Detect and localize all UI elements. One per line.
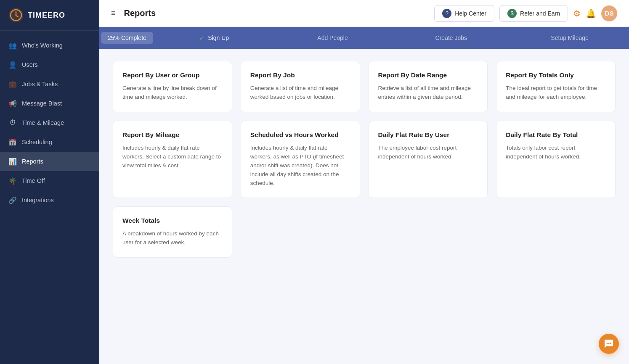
- sidebar-item-reports[interactable]: 📊 Reports: [0, 152, 99, 171]
- report-card-title: Report By Mileage: [122, 131, 223, 139]
- progress-steps: 25% Complete ✓ Sign Up Add People Create…: [99, 27, 629, 49]
- nav-icon-whos-working: 👥: [8, 41, 17, 50]
- report-card-title: Report By Totals Only: [506, 71, 606, 79]
- report-card-title: Report By User or Group: [122, 71, 223, 79]
- help-center-button[interactable]: ? Help Center: [434, 5, 494, 22]
- report-card-report-row1-2[interactable]: Report By Date Range Retrieve a list of …: [369, 61, 488, 112]
- nav-icon-integrations: 🔗: [8, 196, 17, 204]
- sidebar-item-time-mileage[interactable]: ⏱ Time & Mileage: [0, 113, 99, 132]
- report-card-report-row1-0[interactable]: Report By User or Group Generate a line …: [113, 61, 232, 112]
- sidebar-item-scheduling[interactable]: 📅 Scheduling: [0, 132, 99, 152]
- report-card-report-row1-3[interactable]: Report By Totals Only The ideal report t…: [496, 61, 616, 112]
- nav-icon-time-mileage: ⏱: [8, 119, 17, 127]
- report-card-title: Daily Flat Rate By User: [378, 131, 478, 139]
- page-title: Reports: [124, 8, 428, 18]
- nav-label-reports: Reports: [22, 158, 43, 165]
- nav-label-time-off: Time Off: [22, 177, 45, 184]
- report-card-desc: The ideal report to get totals for time …: [506, 84, 606, 102]
- nav-label-integrations: Integrations: [22, 197, 54, 203]
- sidebar-item-whos-working[interactable]: 👥 Who's Working: [0, 36, 99, 55]
- report-grid-row2: Report By Mileage Includes hourly & dail…: [113, 121, 616, 198]
- user-avatar[interactable]: DS: [601, 5, 617, 21]
- notifications-icon[interactable]: 🔔: [586, 8, 596, 18]
- report-card-report-row2-1[interactable]: Scheduled vs Hours Worked Includes hourl…: [241, 121, 360, 198]
- reports-content: Report By User or Group Generate a line …: [99, 49, 629, 364]
- report-card-desc: Totals only labor cost report independen…: [506, 144, 606, 161]
- menu-toggle-icon[interactable]: ≡: [111, 9, 116, 18]
- sidebar-item-integrations[interactable]: 🔗 Integrations: [0, 190, 99, 210]
- report-card-desc: Retrieve a list of all time and mileage …: [378, 84, 478, 102]
- check-icon: ✓: [199, 34, 204, 42]
- report-card-title: Daily Flat Rate By Total: [506, 131, 606, 139]
- report-card-desc: Includes hourly & daily flat rate worker…: [122, 144, 223, 170]
- sidebar-item-time-off[interactable]: 🌴 Time Off: [0, 171, 99, 190]
- progress-step-create-jobs[interactable]: Create Jobs: [392, 27, 510, 49]
- svg-point-6: [610, 343, 611, 344]
- nav-label-message-blast: Message Blast: [22, 100, 62, 107]
- report-card-desc: Includes hourly & daily flat rate worker…: [250, 144, 350, 188]
- nav-icon-reports: 📊: [8, 157, 17, 166]
- report-card-report-row2-2[interactable]: Daily Flat Rate By User The employee lab…: [369, 121, 488, 198]
- progress-complete-badge[interactable]: 25% Complete: [101, 32, 153, 44]
- logo-icon: [8, 8, 24, 23]
- chat-button[interactable]: [599, 334, 619, 354]
- nav-label-users: Users: [22, 61, 38, 68]
- help-icon: ?: [442, 9, 451, 18]
- header-actions: ? Help Center $ Refer and Earn ⚙ 🔔 DS: [434, 5, 617, 22]
- onboarding-progress: 25% Complete ✓ Sign Up Add People Create…: [99, 27, 629, 49]
- header: ≡ Reports ? Help Center $ Refer and Earn…: [99, 0, 629, 27]
- report-card-desc: Generate a list of time and mileage work…: [250, 84, 350, 102]
- report-card-title: Week Totals: [122, 217, 223, 224]
- report-card-report-row1-1[interactable]: Report By Job Generate a list of time an…: [241, 61, 360, 112]
- progress-step-signup[interactable]: ✓ Sign Up: [155, 27, 273, 49]
- nav-icon-scheduling: 📅: [8, 138, 17, 146]
- report-card-desc: A breakdown of hours worked by each user…: [122, 229, 223, 247]
- sidebar-nav: 👥 Who's Working 👤 Users 💼 Jobs & Tasks 📢…: [0, 31, 99, 364]
- logo-text: TIMEERO: [28, 11, 65, 20]
- nav-label-time-mileage: Time & Mileage: [22, 119, 64, 126]
- report-card-desc: The employee labor cost report independe…: [378, 144, 478, 161]
- svg-point-4: [607, 343, 608, 344]
- refer-earn-button[interactable]: $ Refer and Earn: [499, 5, 568, 22]
- refer-icon: $: [507, 9, 517, 18]
- sidebar-item-message-blast[interactable]: 📢 Message Blast: [0, 94, 99, 113]
- nav-label-jobs-tasks: Jobs & Tasks: [22, 81, 58, 87]
- report-card-title: Scheduled vs Hours Worked: [250, 131, 350, 139]
- nav-icon-time-off: 🌴: [8, 177, 17, 185]
- svg-point-5: [608, 343, 610, 344]
- settings-icon[interactable]: ⚙: [573, 8, 581, 18]
- report-card-desc: Generate a line by line break down of ti…: [122, 84, 223, 102]
- progress-step-setup-mileage[interactable]: Setup Mileage: [510, 27, 629, 49]
- nav-icon-jobs-tasks: 💼: [8, 80, 17, 88]
- sidebar-logo: TIMEERO: [0, 0, 99, 31]
- chat-icon: [604, 339, 614, 349]
- report-card-report-row3-0[interactable]: Week Totals A breakdown of hours worked …: [113, 206, 232, 258]
- nav-label-whos-working: Who's Working: [22, 42, 63, 49]
- sidebar: TIMEERO 👥 Who's Working 👤 Users 💼 Jobs &…: [0, 0, 99, 364]
- nav-icon-users: 👤: [8, 61, 17, 69]
- nav-label-scheduling: Scheduling: [22, 139, 52, 145]
- report-card-report-row2-0[interactable]: Report By Mileage Includes hourly & dail…: [113, 121, 232, 198]
- report-grid-row1: Report By User or Group Generate a line …: [113, 61, 616, 112]
- report-card-title: Report By Date Range: [378, 71, 478, 79]
- nav-icon-message-blast: 📢: [8, 99, 17, 108]
- sidebar-item-jobs-tasks[interactable]: 💼 Jobs & Tasks: [0, 74, 99, 94]
- report-card-title: Report By Job: [250, 71, 350, 79]
- main-content: ≡ Reports ? Help Center $ Refer and Earn…: [99, 0, 629, 364]
- progress-step-add-people[interactable]: Add People: [273, 27, 392, 49]
- report-card-report-row2-3[interactable]: Daily Flat Rate By Total Totals only lab…: [496, 121, 616, 198]
- sidebar-item-users[interactable]: 👤 Users: [0, 55, 99, 74]
- report-grid-row3: Week Totals A breakdown of hours worked …: [113, 206, 616, 258]
